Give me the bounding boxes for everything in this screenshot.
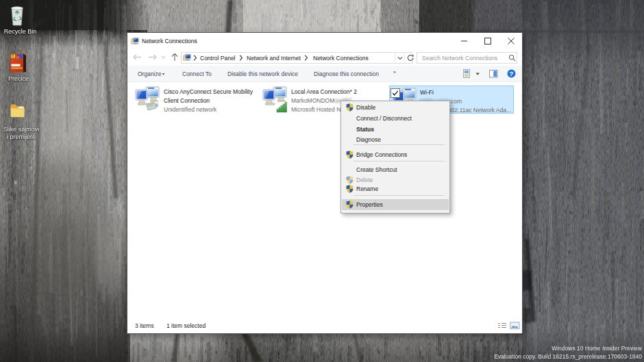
svg-text:?: ?	[510, 70, 514, 77]
